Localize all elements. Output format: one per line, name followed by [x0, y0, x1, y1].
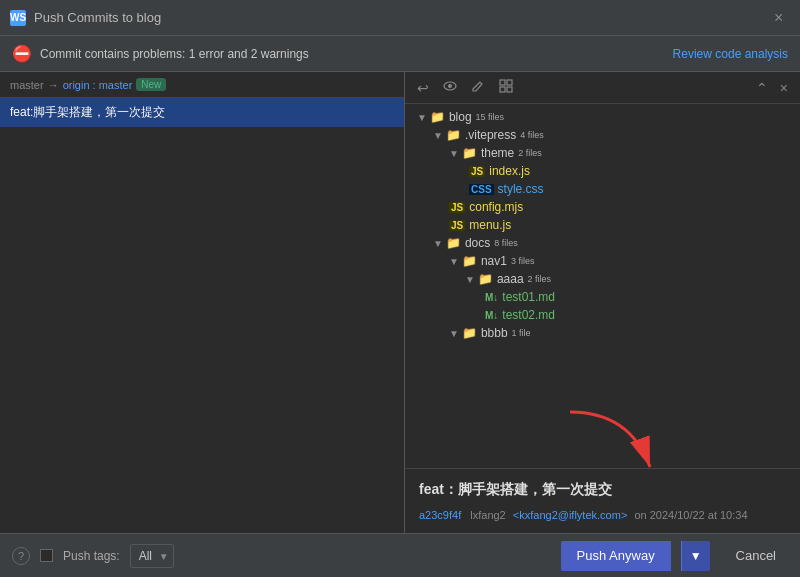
- tree-folder-blog[interactable]: ▼ 📁 blog 15 files: [405, 108, 800, 126]
- chevron-down-icon: ▼: [449, 256, 459, 267]
- folder-name: aaaa: [497, 272, 524, 286]
- folder-icon: 📁: [430, 110, 445, 124]
- branch-arrow: →: [48, 79, 59, 91]
- left-panel: master → origin : master New feat:脚手架搭建，…: [0, 72, 405, 533]
- file-count: 2 files: [528, 274, 552, 284]
- right-panel: ↩ ⌃ × ▼ 📁 blog 15 file: [405, 72, 800, 533]
- file-name: index.js: [489, 164, 530, 178]
- tree-file-test01-md[interactable]: M↓ test01.md: [405, 288, 800, 306]
- main-content: master → origin : master New feat:脚手架搭建，…: [0, 72, 800, 533]
- app-icon: WS: [10, 10, 26, 26]
- commit-author-name: lxfang2: [470, 509, 505, 521]
- css-file-icon: CSS: [469, 184, 494, 195]
- commit-message: feat：脚手架搭建，第一次提交: [419, 481, 786, 499]
- file-count: 3 files: [511, 256, 535, 266]
- folder-icon: 📁: [462, 254, 477, 268]
- right-toolbar: ↩ ⌃ ×: [405, 72, 800, 104]
- svg-rect-5: [507, 87, 512, 92]
- push-anyway-button[interactable]: Push Anyway: [561, 541, 671, 571]
- tree-file-config-mjs[interactable]: JS config.mjs: [405, 198, 800, 216]
- tree-file-style-css[interactable]: CSS style.css: [405, 180, 800, 198]
- file-count: 8 files: [494, 238, 518, 248]
- error-icon: ⛔: [12, 44, 32, 63]
- js-file-icon: JS: [469, 166, 485, 177]
- push-tags-label: Push tags:: [63, 549, 120, 563]
- folder-name: docs: [465, 236, 490, 250]
- eye-button[interactable]: [439, 77, 461, 98]
- help-button[interactable]: ?: [12, 547, 30, 565]
- file-count: 15 files: [476, 112, 505, 122]
- folder-name: blog: [449, 110, 472, 124]
- window-title: Push Commits to blog: [34, 10, 774, 25]
- tree-file-test02-md[interactable]: M↓ test02.md: [405, 306, 800, 324]
- folder-icon: 📁: [446, 128, 461, 142]
- file-count: 2 files: [518, 148, 542, 158]
- warning-bar: ⛔ Commit contains problems: 1 error and …: [0, 36, 800, 72]
- warning-message: Commit contains problems: 1 error and 2 …: [40, 47, 665, 61]
- commit-item[interactable]: feat:脚手架搭建，第一次提交: [0, 98, 404, 127]
- chevron-down-icon: ▼: [433, 238, 443, 249]
- folder-name: .vitepress: [465, 128, 516, 142]
- chevron-down-icon: ▼: [465, 274, 475, 285]
- tree-folder-aaaa[interactable]: ▼ 📁 aaaa 2 files: [405, 270, 800, 288]
- review-link[interactable]: Review code analysis: [673, 47, 788, 61]
- close-button[interactable]: ×: [774, 10, 790, 26]
- md-file-icon: M↓: [485, 292, 498, 303]
- remote-branch: origin : master: [63, 79, 133, 91]
- cancel-button[interactable]: Cancel: [724, 542, 788, 569]
- folder-name: bbbb: [481, 326, 508, 340]
- file-name: style.css: [498, 182, 544, 196]
- new-badge: New: [136, 78, 166, 91]
- panel-close-button[interactable]: ×: [776, 78, 792, 98]
- tree-folder-docs[interactable]: ▼ 📁 docs 8 files: [405, 234, 800, 252]
- md-file-icon: M↓: [485, 310, 498, 321]
- push-dropdown-button[interactable]: ▼: [681, 541, 710, 571]
- grid-button[interactable]: [495, 77, 517, 98]
- branch-row: master → origin : master New: [0, 72, 404, 98]
- file-name: test01.md: [502, 290, 555, 304]
- tree-folder-theme[interactable]: ▼ 📁 theme 2 files: [405, 144, 800, 162]
- commit-date: on 2024/10/22 at 10:34: [634, 509, 747, 521]
- tree-file-menu-js[interactable]: JS menu.js: [405, 216, 800, 234]
- footer: ? Push tags: All ▼ Push Anyway ▼ Cancel: [0, 533, 800, 577]
- commit-email: <kxfang2@iflytek.com>: [513, 509, 628, 521]
- svg-rect-3: [507, 80, 512, 85]
- tags-select-wrapper: All ▼: [130, 544, 174, 568]
- folder-icon: 📁: [462, 326, 477, 340]
- tree-file-index-js[interactable]: JS index.js: [405, 162, 800, 180]
- file-name: config.mjs: [469, 200, 523, 214]
- tree-folder-nav1[interactable]: ▼ 📁 nav1 3 files: [405, 252, 800, 270]
- commit-info: feat：脚手架搭建，第一次提交 a23c9f4f lxfang2 <kxfan…: [405, 468, 800, 533]
- commit-meta: a23c9f4f lxfang2 <kxfang2@iflytek.com> o…: [419, 509, 786, 521]
- chevron-down-icon: ▼: [433, 130, 443, 141]
- file-name: test02.md: [502, 308, 555, 322]
- chevron-down-icon: ▼: [417, 112, 427, 123]
- tree-folder-vitepress[interactable]: ▼ 📁 .vitepress 4 files: [405, 126, 800, 144]
- tags-select[interactable]: All: [130, 544, 174, 568]
- svg-rect-4: [500, 87, 505, 92]
- pencil-button[interactable]: [467, 77, 489, 98]
- folder-icon: 📁: [478, 272, 493, 286]
- back-button[interactable]: ↩: [413, 78, 433, 98]
- file-count: 4 files: [520, 130, 544, 140]
- collapse-button[interactable]: ⌃: [752, 78, 772, 98]
- chevron-down-icon: ▼: [449, 148, 459, 159]
- folder-name: theme: [481, 146, 514, 160]
- title-bar: WS Push Commits to blog ×: [0, 0, 800, 36]
- svg-rect-2: [500, 80, 505, 85]
- local-branch: master: [10, 79, 44, 91]
- commit-hash: a23c9f4f: [419, 509, 461, 521]
- chevron-down-icon: ▼: [449, 328, 459, 339]
- folder-icon: 📁: [446, 236, 461, 250]
- svg-point-1: [448, 84, 452, 88]
- push-tags-checkbox[interactable]: [40, 549, 53, 562]
- tree-folder-bbbb[interactable]: ▼ 📁 bbbb 1 file: [405, 324, 800, 342]
- js-file-icon: JS: [449, 202, 465, 213]
- js-file-icon: JS: [449, 220, 465, 231]
- file-tree: ▼ 📁 blog 15 files ▼ 📁 .vitepress 4 files…: [405, 104, 800, 468]
- file-count: 1 file: [512, 328, 531, 338]
- folder-name: nav1: [481, 254, 507, 268]
- file-name: menu.js: [469, 218, 511, 232]
- folder-icon: 📁: [462, 146, 477, 160]
- chevron-down-icon: ▼: [690, 549, 702, 563]
